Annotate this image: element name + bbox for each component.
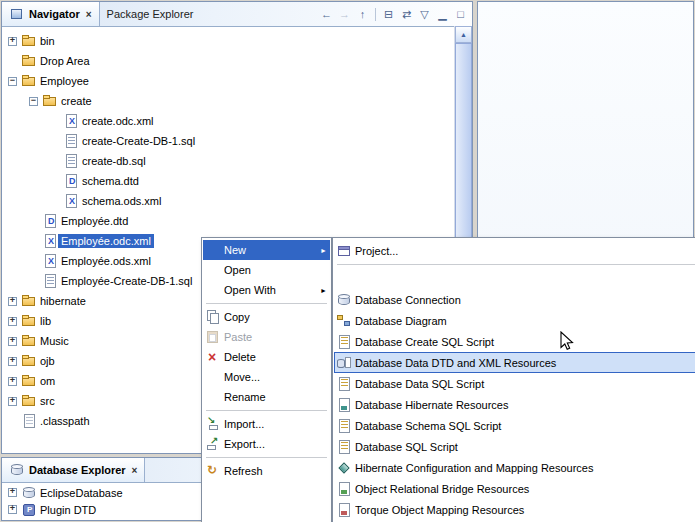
tree-expander-icon[interactable]: + [8, 357, 17, 366]
menu-item-label: Project... [355, 245, 695, 257]
menu-item-label: Database Hibernate Resources [355, 399, 695, 411]
file-icon [21, 413, 37, 429]
tab-package-explorer-label: Package Explorer [107, 8, 194, 20]
toolbar-separator[interactable] [375, 8, 376, 21]
file-icon [42, 213, 58, 229]
menu-item[interactable]: Open ► [203, 260, 330, 280]
tree-item-label: bin [37, 34, 58, 48]
tree-item[interactable]: schema.ods.xml [2, 191, 455, 211]
tree-item-label: Music [37, 334, 72, 348]
tree-expander-icon[interactable]: − [8, 77, 17, 86]
collapse-all-icon[interactable]: ⊟ [380, 6, 397, 23]
file-icon [21, 53, 37, 69]
tree-item-label: Employée.ods.xml [58, 254, 154, 268]
menu-item[interactable]: Project... ► [334, 240, 695, 261]
tree-expander-icon[interactable]: + [8, 317, 17, 326]
menu-item[interactable]: Database SQL Script ► [334, 436, 695, 457]
menu-item[interactable]: ► [206, 410, 327, 411]
tree-item-label: .classpath [37, 414, 93, 428]
menu-item-icon [336, 376, 352, 392]
back-icon[interactable]: ← [318, 6, 335, 23]
tree-item[interactable]: schema.dtd [2, 171, 455, 191]
menu-item-label: Refresh [224, 465, 327, 477]
tree-expander-icon[interactable]: + [8, 377, 17, 386]
tree-item[interactable]: − Employee [2, 71, 455, 91]
close-icon[interactable]: × [86, 9, 92, 20]
menu-item[interactable]: Refresh ► [203, 461, 330, 481]
tree-expander-icon[interactable]: + [8, 397, 17, 406]
tree-item[interactable]: + bin [2, 31, 455, 51]
maximize-icon[interactable]: □ [452, 6, 469, 23]
menu-item-icon [205, 329, 221, 345]
menu-item-icon [205, 242, 221, 258]
menu-item[interactable]: Copy ► [203, 307, 330, 327]
tab-database-explorer[interactable]: Database Explorer × [2, 458, 145, 482]
tab-package-explorer[interactable]: Package Explorer [100, 2, 201, 26]
menu-item[interactable]: Object Relational Bridge Resources ► [334, 478, 695, 499]
tree-item-label: Employée-Create-DB-1.sql [58, 274, 195, 288]
scroll-up-icon[interactable]: ▲ [455, 26, 472, 43]
file-icon [21, 393, 37, 409]
database-explorer-icon [9, 462, 25, 478]
menu-item[interactable]: Database Data SQL Script ► [334, 373, 695, 394]
menu-item-label: New [224, 244, 316, 256]
file-icon [42, 273, 58, 289]
tree-expander-icon[interactable]: + [8, 488, 17, 497]
tree-item-label: om [37, 374, 58, 388]
menu-item[interactable]: Database Hibernate Resources ► [334, 394, 695, 415]
tree-item[interactable]: − create [2, 91, 455, 111]
tree-expander-icon[interactable]: − [29, 97, 38, 106]
tree-item-label: Drop Area [37, 54, 93, 68]
menu-item[interactable]: ► [206, 457, 327, 458]
tree-item-label: lib [37, 314, 54, 328]
tree-expander-icon[interactable]: + [8, 297, 17, 306]
tree-expander-icon[interactable]: + [8, 37, 17, 46]
menu-item[interactable]: Paste ► [203, 327, 330, 347]
tree-expander-icon[interactable]: + [8, 505, 17, 514]
menu-item[interactable]: Open With ► [203, 280, 330, 300]
tree-item[interactable]: create-db.sql [2, 151, 455, 171]
view-menu-icon[interactable]: ▽ [416, 6, 433, 23]
menu-item[interactable]: Delete ► [203, 347, 330, 367]
menu-item[interactable]: New ► [203, 240, 330, 260]
menu-item[interactable]: Import... ► [203, 414, 330, 434]
menu-item[interactable]: Torque Object Mapping Resources ► [334, 499, 695, 520]
tree-item-label: schema.ods.xml [79, 194, 164, 208]
menu-item[interactable]: Hibernate Configuration and Mapping Reso… [334, 457, 695, 478]
database-item-icon [21, 485, 37, 501]
tree-item-label: Employée.dtd [58, 214, 131, 228]
menu-item-label: Delete [224, 351, 327, 363]
menu-item[interactable]: Rename ► [203, 387, 330, 407]
close-icon[interactable]: × [132, 465, 138, 476]
menu-item[interactable]: Database Schema SQL Script ► [334, 415, 695, 436]
menu-item-label: Rename [224, 391, 327, 403]
tree-item[interactable]: Employée.dtd [2, 211, 455, 231]
menu-item[interactable]: Database Create SQL Script ► [334, 331, 695, 352]
tree-item[interactable]: create.odc.xml [2, 111, 455, 131]
menu-item[interactable]: ► [337, 264, 695, 286]
tree-expander-icon[interactable]: + [8, 337, 17, 346]
menu-item[interactable]: Move... ► [203, 367, 330, 387]
menu-item-icon [205, 436, 221, 452]
up-icon[interactable]: ↑ [354, 6, 371, 23]
navigator-header: Navigator × Package Explorer ←→↑⊟⇄▽▁□ [2, 2, 472, 27]
tree-item[interactable]: create-Create-DB-1.sql [2, 131, 455, 151]
link-with-editor-icon[interactable]: ⇄ [398, 6, 415, 23]
tree-item-label: ojb [37, 354, 58, 368]
menu-item[interactable]: Export... ► [203, 434, 330, 454]
menu-item[interactable]: Database Diagram ► [334, 310, 695, 331]
tree-item-label: EclipseDatabase [37, 486, 126, 500]
tree-item[interactable]: Drop Area [2, 51, 455, 71]
file-icon [42, 253, 58, 269]
menu-item-label: Import... [224, 418, 327, 430]
menu-item[interactable]: ► [206, 303, 327, 304]
tab-navigator[interactable]: Navigator × [2, 2, 100, 26]
menu-item[interactable]: Database Data DTD and XML Resources ► [334, 352, 695, 373]
tab-database-explorer-label: Database Explorer [29, 464, 126, 476]
forward-icon[interactable]: → [336, 6, 353, 23]
menu-item-icon [336, 481, 352, 497]
menu-item-label: Open [224, 264, 327, 276]
tree-item-label: create-Create-DB-1.sql [79, 134, 198, 148]
minimize-icon[interactable]: ▁ [434, 6, 451, 23]
menu-item[interactable]: Database Connection ► [334, 289, 695, 310]
